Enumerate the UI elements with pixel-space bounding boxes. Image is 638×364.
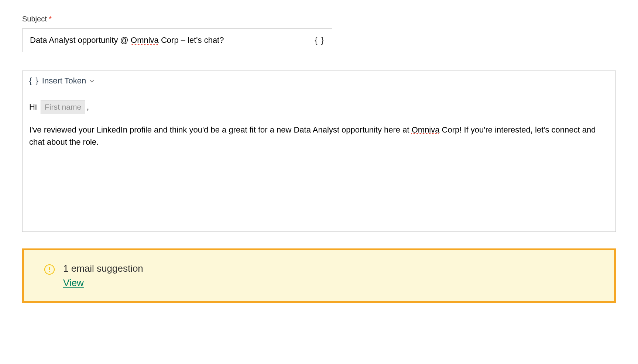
subject-token-icon[interactable]: { } [315,35,325,45]
svg-point-2 [49,271,50,272]
body-text-before: I've reviewed your LinkedIn profile and … [29,125,412,134]
editor-container: { } Insert Token Hi First name, I've rev… [22,71,616,232]
subject-spellcheck-word: Omniva [131,35,159,45]
editor-toolbar: { } Insert Token [23,71,615,91]
suggestion-view-link[interactable]: View [63,277,84,289]
subject-label: Subject * [22,15,616,23]
insert-token-button[interactable]: { } Insert Token [29,76,95,86]
body-paragraph: I've reviewed your LinkedIn profile and … [29,124,609,148]
editor-body[interactable]: Hi First name, I've reviewed your Linked… [23,91,615,231]
braces-icon: { } [29,76,39,86]
subject-input-wrapper[interactable]: Data Analyst opportunity @ Omniva Corp –… [22,28,332,52]
greeting-line: Hi First name, [29,100,609,114]
greeting-prefix: Hi [29,102,37,111]
insert-token-label: Insert Token [42,76,86,86]
subject-text-part1: Data Analyst opportunity @ [30,35,131,45]
chevron-down-icon [89,78,95,84]
suggestion-title: 1 email suggestion [63,263,143,274]
token-chip-firstname[interactable]: First name [41,100,85,114]
greeting-suffix: , [87,102,89,111]
suggestion-banner: 1 email suggestion View [22,248,616,303]
subject-input[interactable]: Data Analyst opportunity @ Omniva Corp –… [30,35,315,45]
required-asterisk: * [49,15,52,23]
body-spellcheck-word: Omniva [412,125,440,134]
alert-icon [44,264,55,275]
subject-text-part2: Corp – let's chat? [159,35,224,45]
suggestion-content: 1 email suggestion View [63,263,143,289]
subject-section: Subject * Data Analyst opportunity @ Omn… [22,15,616,52]
subject-label-text: Subject [22,15,47,23]
